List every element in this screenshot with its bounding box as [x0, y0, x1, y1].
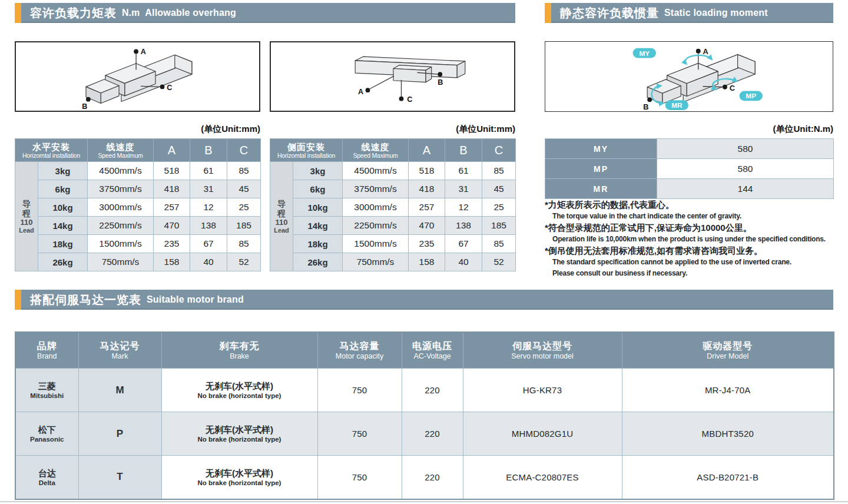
- speed-header: 线速度 Speed Maximum: [88, 139, 154, 162]
- lead-zh: 导程: [22, 199, 31, 218]
- table-row: MY 580: [545, 139, 834, 159]
- brake-cell: 无刹车(水平式样) No brake (horizontal type): [161, 412, 317, 456]
- table-row: 18kg 1500mm/s 235 67 85: [15, 235, 261, 253]
- a-cell: 470: [154, 217, 190, 235]
- table-row: 18kg 1500mm/s 235 67 85: [270, 235, 516, 253]
- section-header-suitable-motor-brand: 搭配伺服马达一览表 Suitable motor brand: [15, 290, 833, 310]
- static-moment-table: MY 580 MP 580 MR 144: [545, 138, 834, 199]
- a-cell: 418: [154, 180, 190, 198]
- page-bottom-divider: [0, 501, 848, 502]
- speed-cell: 750mm/s: [343, 253, 409, 271]
- table-row: 26kg 750mm/s 158 40 52: [270, 253, 516, 271]
- point-b-label: B: [82, 102, 87, 111]
- voltage-cell: 220: [402, 412, 463, 456]
- capacity-cell: 750: [317, 456, 402, 499]
- point-a-label: A: [358, 88, 363, 96]
- notes-block: *力矩表所表示的数据,代表重心。 The torque value in the…: [545, 199, 842, 279]
- section-title-zh: 搭配伺服马达一览表: [30, 292, 141, 308]
- lead-num: 110: [15, 218, 38, 227]
- section-title-en: Suitable motor brand: [147, 294, 244, 305]
- note-en: The standard specification cannot be app…: [545, 257, 842, 268]
- section-title-unit: N.m: [122, 8, 140, 18]
- capacity-header: 马达容量 Motor capacity: [317, 332, 402, 369]
- a-cell: 418: [409, 180, 445, 198]
- diagram-static-moment: A B C MY MP MR: [545, 41, 833, 112]
- brand-cell: 松下 Panasonic: [15, 412, 78, 456]
- lead-zh: 导程: [277, 199, 286, 218]
- b-cell: 67: [190, 235, 227, 253]
- capacity-cell: 750: [317, 412, 402, 456]
- moment-rail-diagram: A B C MY MP MR: [545, 42, 833, 111]
- servo-model-cell: ECMA-C20807ES: [463, 456, 622, 499]
- speed-cell: 1500mm/s: [343, 235, 409, 253]
- table-row: 6kg 3750mm/s 418 31 45: [15, 180, 261, 198]
- brake-cell: 无刹车(水平式样) No brake (horizontal type): [161, 456, 317, 499]
- b-cell: 40: [445, 253, 482, 271]
- table-row: 6kg 3750mm/s 418 31 45: [270, 180, 516, 198]
- brand-cell: 三菱 Mitsubishi: [15, 369, 78, 412]
- install-header-en: Horizomtal installation: [15, 152, 87, 159]
- speed-header-en: Speed Maximum: [88, 152, 153, 159]
- voltage-header: 电源电压 AC-Voltage: [402, 332, 463, 369]
- moment-value-cell: 580: [657, 139, 834, 159]
- point-c-label: C: [730, 84, 735, 92]
- a-cell: 158: [409, 253, 445, 271]
- mp-badge-label: MP: [746, 92, 756, 100]
- point-c-dot: [160, 85, 165, 89]
- motor-row-panasonic: 松下 Panasonic P 无刹车(水平式样) No brake (horiz…: [15, 412, 834, 456]
- voltage-cell: 220: [402, 369, 463, 412]
- c-cell: 25: [482, 198, 516, 217]
- speed-cell: 2250mm/s: [88, 217, 154, 235]
- b-cell: 67: [445, 235, 482, 253]
- unit-label-nm: (单位Unit:N.m): [716, 124, 833, 135]
- table-row: 10kg 3000mm/s 257 12 25: [15, 198, 261, 217]
- b-cell: 61: [190, 162, 227, 180]
- note-en: Operation life is 10,000km when the prod…: [545, 234, 842, 245]
- side-rail-diagram: A B C: [271, 42, 514, 111]
- load-cell: 3kg: [293, 162, 343, 180]
- table-row: MR 144: [545, 179, 834, 199]
- install-header: 水平安装 Horizomtal installation: [15, 139, 88, 162]
- c-cell: 85: [482, 162, 516, 180]
- point-a-label: A: [141, 48, 146, 56]
- motor-row-mitsubishi: 三菱 Mitsubishi M 无刹车(水平式样) No brake (hori…: [15, 369, 834, 412]
- load-cell: 18kg: [38, 235, 88, 253]
- table-row: MP 580: [545, 159, 834, 179]
- brake-header: 刹车有无 Brake: [161, 332, 317, 369]
- section-title-zh: 容许负载力矩表: [30, 5, 117, 21]
- speed-cell: 1500mm/s: [88, 235, 154, 253]
- point-a-dot: [366, 88, 370, 92]
- isometric-rail-diagram: A B C: [16, 42, 259, 111]
- brand-header: 品牌 Brand: [15, 332, 78, 369]
- point-a-dot: [134, 49, 138, 54]
- c-cell: 45: [482, 180, 516, 198]
- lead-cell: 导程 110 Lead: [270, 162, 293, 271]
- section-title-zh: 静态容许负载惯量: [560, 5, 659, 21]
- point-b-label: B: [643, 102, 648, 111]
- a-cell: 470: [409, 217, 445, 235]
- point-c-label: C: [407, 95, 412, 104]
- install-header: 侧面安装 Horizomtal installation: [270, 139, 343, 162]
- a-cell: 158: [154, 253, 190, 271]
- speed-cell: 4500mm/s: [343, 162, 409, 180]
- mark-header: 马达记号 Mark: [78, 332, 161, 369]
- b-cell: 31: [445, 180, 482, 198]
- load-cell: 26kg: [293, 253, 343, 271]
- c-cell: 45: [227, 180, 261, 198]
- mark-cell: M: [78, 369, 161, 412]
- servo-model-header: 伺服马达型号 Servo motor model: [463, 332, 622, 369]
- load-cell: 10kg: [38, 198, 88, 217]
- load-cell: 3kg: [38, 162, 88, 180]
- point-a-label: A: [703, 47, 708, 56]
- lead-cell: 导程 110 Lead: [15, 162, 38, 271]
- point-b-label: B: [438, 78, 443, 87]
- table-row: 26kg 750mm/s 158 40 52: [15, 253, 261, 271]
- table-row: 导程 110 Lead 3kg 4500mm/s 518 61 85: [15, 162, 261, 180]
- speed-cell: 2250mm/s: [343, 217, 409, 235]
- point-b-dot: [438, 72, 442, 77]
- speed-cell: 3750mm/s: [88, 180, 154, 198]
- section-header-static-loading-moment: 静态容许负载惯量 Static loading moment: [545, 3, 833, 23]
- b-cell: 61: [445, 162, 482, 180]
- motor-row-delta: 台达 Delta T 无刹车(水平式样) No brake (horizonta…: [15, 456, 834, 499]
- a-cell: 257: [409, 198, 445, 217]
